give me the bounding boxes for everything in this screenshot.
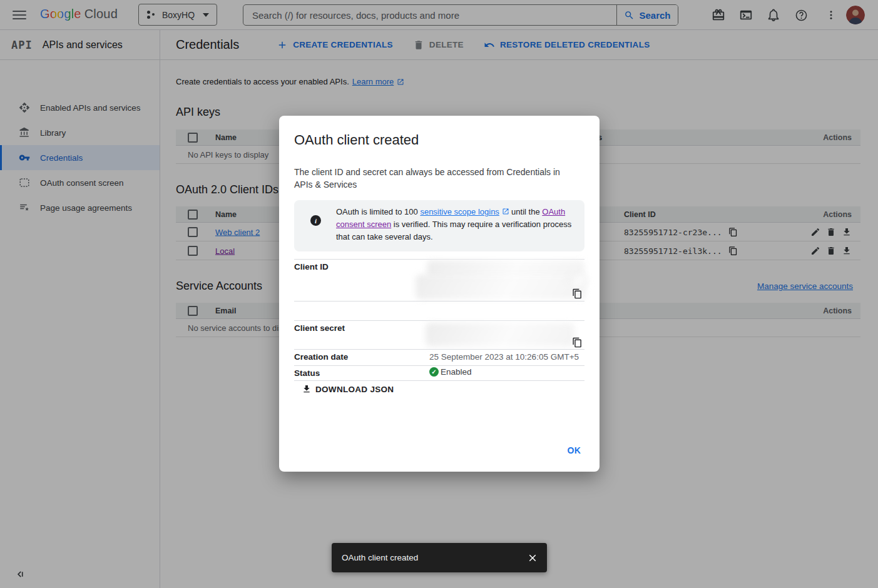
oauth-client-created-dialog: OAuth client created The client ID and s… bbox=[279, 116, 600, 472]
ok-button[interactable]: OK bbox=[564, 443, 585, 458]
notice-text: OAuth is limited to 100 sensitive scope … bbox=[336, 206, 581, 243]
divider bbox=[294, 259, 584, 260]
info-icon: i bbox=[310, 215, 321, 226]
download-json-button[interactable]: DOWNLOAD JSON bbox=[302, 384, 394, 394]
client-id-label: Client ID bbox=[294, 262, 329, 271]
status-label: Status bbox=[294, 368, 320, 378]
download-icon bbox=[302, 384, 312, 394]
client-secret-redacted bbox=[426, 323, 574, 347]
divider bbox=[294, 320, 584, 321]
check-circle-icon: ✓ bbox=[429, 367, 439, 377]
copy-client-secret-icon[interactable] bbox=[572, 337, 583, 348]
client-secret-label: Client secret bbox=[294, 323, 345, 333]
dialog-title: OAuth client created bbox=[294, 132, 419, 148]
divider bbox=[294, 380, 584, 381]
copy-client-id-icon[interactable] bbox=[572, 288, 583, 299]
sensitive-scope-logins-link[interactable]: sensitive scope logins bbox=[420, 207, 499, 216]
dialog-subtitle: The client ID and secret can always be a… bbox=[294, 166, 569, 191]
divider bbox=[294, 349, 584, 350]
creation-date-label: Creation date bbox=[294, 352, 348, 362]
client-id-redacted bbox=[567, 275, 588, 286]
status-value: Enabled bbox=[441, 367, 472, 377]
toast-message: OAuth client created bbox=[342, 553, 527, 562]
notice-banner: i OAuth is limited to 100 sensitive scop… bbox=[294, 200, 584, 251]
external-link-icon bbox=[502, 208, 509, 215]
divider bbox=[294, 301, 584, 302]
status-badge: ✓ Enabled bbox=[429, 367, 472, 377]
client-id-redacted bbox=[416, 275, 586, 300]
snackbar-toast: OAuth client created bbox=[332, 543, 547, 572]
close-icon[interactable] bbox=[527, 552, 538, 564]
divider bbox=[294, 365, 584, 366]
creation-date-value: 25 September 2023 at 10:26:05 GMT+5 bbox=[429, 352, 579, 362]
